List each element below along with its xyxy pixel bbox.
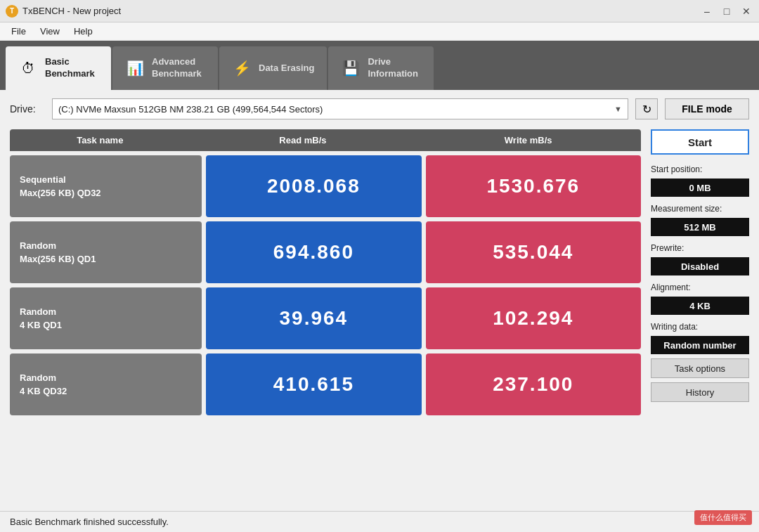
alignment-label: Alignment:	[651, 283, 749, 292]
drive-label: Drive:	[10, 103, 45, 115]
benchmark-table: Task name Read mB/s Write mB/s Sequentia…	[10, 129, 641, 502]
menu-help[interactable]: Help	[67, 25, 100, 38]
table-row: RandomMax(256 KB) QD1 694.860 535.044	[10, 221, 641, 283]
drive-dropdown-arrow: ▼	[614, 105, 622, 113]
drive-row: Drive: (C:) NVMe Maxsun 512GB NM 238.21 …	[10, 98, 749, 119]
tab-basic-benchmark[interactable]: ⏱ BasicBenchmark	[6, 46, 111, 90]
column-header-task-name: Task name	[10, 129, 190, 151]
table-row: Random4 KB QD32 410.615 237.100	[10, 353, 641, 415]
column-header-write: Write mB/s	[415, 129, 641, 151]
maximize-button[interactable]: □	[720, 4, 734, 18]
table-row: SequentialMax(256 KB) QD32 2008.068 1530…	[10, 155, 641, 217]
app-icon: T	[6, 5, 18, 18]
start-position-label: Start position:	[651, 164, 749, 174]
start-button[interactable]: Start	[651, 129, 749, 155]
tab-data-erasing[interactable]: ⚡ Data Erasing	[219, 46, 327, 90]
window-title: TxBENCH - New project	[22, 6, 700, 16]
menu-file[interactable]: File	[4, 25, 33, 38]
table-header: Task name Read mB/s Write mB/s	[10, 129, 641, 151]
status-bar: Basic Benchmark finished successfully.	[0, 511, 759, 532]
watermark: 值什么值得买	[694, 510, 752, 525]
tab-drive-information[interactable]: 💾 DriveInformation	[328, 46, 434, 90]
tab-drive-information-label: DriveInformation	[368, 56, 418, 80]
title-bar: T TxBENCH - New project – □ ✕	[0, 0, 759, 22]
file-mode-button[interactable]: FILE mode	[665, 98, 749, 119]
start-position-value[interactable]: 0 MB	[651, 179, 749, 197]
results-area: Task name Read mB/s Write mB/s Sequentia…	[10, 129, 749, 502]
write-value-2: 102.294	[426, 287, 641, 349]
tab-data-erasing-label: Data Erasing	[259, 63, 314, 74]
menu-view[interactable]: View	[33, 25, 67, 38]
task-name-1: RandomMax(256 KB) QD1	[10, 221, 202, 283]
write-value-0: 1530.676	[426, 155, 641, 217]
minimize-button[interactable]: –	[700, 4, 714, 18]
prewrite-label: Prewrite:	[651, 243, 749, 253]
table-row: Random4 KB QD1 39.964 102.294	[10, 287, 641, 349]
measurement-size-label: Measurement size:	[651, 204, 749, 214]
drive-refresh-button[interactable]: ↻	[635, 98, 658, 119]
measurement-size-value[interactable]: 512 MB	[651, 218, 749, 236]
basic-benchmark-icon: ⏱	[18, 58, 38, 78]
task-name-0: SequentialMax(256 KB) QD32	[10, 155, 202, 217]
read-value-3: 410.615	[206, 353, 421, 415]
task-name-2: Random4 KB QD1	[10, 287, 202, 349]
data-erasing-icon: ⚡	[232, 58, 252, 78]
menu-bar: File View Help	[0, 22, 759, 41]
sidebar: Start Start position: 0 MB Measurement s…	[651, 129, 749, 502]
read-value-1: 694.860	[206, 221, 421, 283]
task-options-button[interactable]: Task options	[651, 358, 749, 378]
writing-data-label: Writing data:	[651, 322, 749, 332]
tab-basic-benchmark-label: BasicBenchmark	[45, 56, 95, 80]
tab-advanced-benchmark[interactable]: 📊 AdvancedBenchmark	[112, 46, 218, 90]
prewrite-value[interactable]: Disabled	[651, 257, 749, 275]
read-value-0: 2008.068	[206, 155, 421, 217]
tabs-bar: ⏱ BasicBenchmark 📊 AdvancedBenchmark ⚡ D…	[0, 41, 759, 90]
read-value-2: 39.964	[206, 287, 421, 349]
write-value-3: 237.100	[426, 353, 641, 415]
status-message: Basic Benchmark finished successfully.	[10, 517, 169, 527]
task-name-3: Random4 KB QD32	[10, 353, 202, 415]
table-body: SequentialMax(256 KB) QD32 2008.068 1530…	[10, 155, 641, 415]
drive-select-value: (C:) NVMe Maxsun 512GB NM 238.21 GB (499…	[58, 104, 323, 115]
main-content: Drive: (C:) NVMe Maxsun 512GB NM 238.21 …	[0, 90, 759, 511]
write-value-1: 535.044	[426, 221, 641, 283]
writing-data-value[interactable]: Random number	[651, 336, 749, 354]
drive-information-icon: 💾	[341, 58, 361, 78]
alignment-value[interactable]: 4 KB	[651, 297, 749, 315]
tab-advanced-benchmark-label: AdvancedBenchmark	[152, 56, 202, 80]
history-button[interactable]: History	[651, 382, 749, 402]
close-button[interactable]: ✕	[739, 4, 753, 18]
drive-select[interactable]: (C:) NVMe Maxsun 512GB NM 238.21 GB (499…	[52, 98, 628, 119]
window-controls: – □ ✕	[700, 4, 753, 18]
advanced-benchmark-icon: 📊	[125, 58, 145, 78]
column-header-read: Read mB/s	[190, 129, 416, 151]
